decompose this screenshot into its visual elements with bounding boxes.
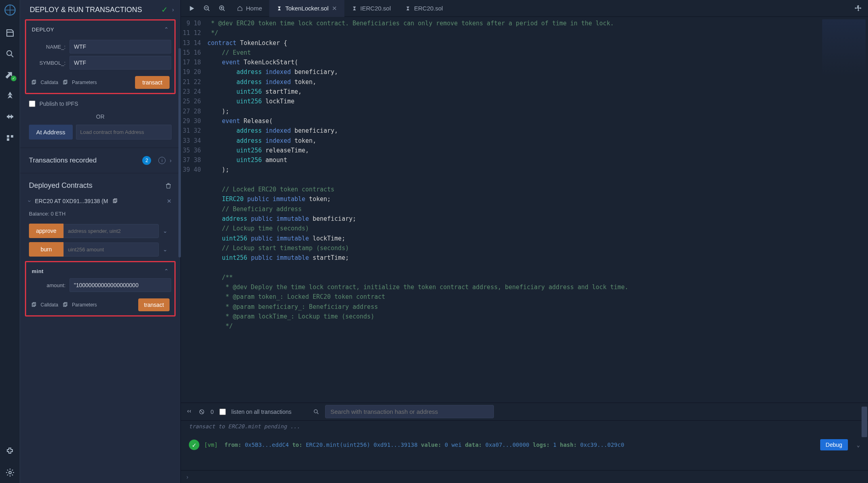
success-icon: ✓ <box>189 440 199 450</box>
collapse-deploy-icon[interactable]: ⌃ <box>164 26 169 33</box>
mint-amount-label: amount: <box>45 282 70 288</box>
copy-parameters-icon[interactable] <box>62 302 68 308</box>
listen-checkbox[interactable] <box>219 409 226 415</box>
code-content[interactable]: * @dev ERC20 token time lock contract. B… <box>207 17 820 403</box>
zoom-in-icon[interactable] <box>219 5 226 12</box>
solidity-icon <box>276 6 282 11</box>
info-icon[interactable]: i <box>158 157 166 164</box>
chevron-icon[interactable] <box>186 409 193 415</box>
deployed-contracts-label: Deployed Contracts <box>29 181 92 190</box>
transactions-recorded-row[interactable]: Transactions recorded 2 i › <box>25 154 176 171</box>
deploy-section-label: DEPLOY <box>32 27 54 33</box>
mint-label: mint <box>32 268 43 274</box>
chevron-down-icon[interactable]: ⌄ <box>857 442 860 448</box>
icon-rail: ✓ <box>0 0 20 483</box>
tab-bar: Home TokenLocker.sol ✕ IERC20.sol ERC20.… <box>181 0 868 17</box>
chevron-down-icon[interactable]: ⌄ <box>159 246 172 253</box>
mint-amount-input[interactable] <box>70 278 171 292</box>
close-contract-icon[interactable]: ✕ <box>167 198 172 204</box>
sidebar-scrollbar[interactable] <box>178 48 181 298</box>
pending-count: 0 <box>211 409 214 415</box>
or-label: OR <box>25 111 176 125</box>
copy-calldata-icon[interactable] <box>31 302 37 308</box>
solidity-icon <box>405 6 411 11</box>
calldata-label: Calldata <box>41 80 58 85</box>
zoom-out-icon[interactable] <box>203 5 211 12</box>
contract-name-label: ERC20 AT 0XD91...39138 (M <box>35 198 108 204</box>
name-field-input[interactable] <box>70 40 171 53</box>
pending-line: transact to ERC20.mint pending ... <box>189 423 860 430</box>
terminal-search-input[interactable] <box>325 405 494 418</box>
chevron-right-icon[interactable]: › <box>172 6 174 13</box>
at-address-input[interactable] <box>76 125 172 140</box>
deploy-run-panel: DEPLOY & RUN TRANSACTIONS ✓ › DEPLOY ⌃ N… <box>20 0 181 483</box>
chevron-down-icon[interactable]: ⌄ <box>159 228 172 234</box>
publish-ipfs-checkbox[interactable] <box>29 101 35 107</box>
check-icon: ✓ <box>161 5 168 14</box>
terminal-scrollbar[interactable] <box>862 378 868 451</box>
mint-transact-button[interactable]: transact <box>138 298 170 311</box>
file-explorer-icon[interactable] <box>5 28 15 38</box>
deploy-icon[interactable] <box>5 91 15 101</box>
copy-address-icon[interactable] <box>112 198 118 204</box>
compiler-icon[interactable]: ✓ <box>5 70 15 80</box>
chevron-right-icon[interactable]: › <box>170 157 172 164</box>
approve-input[interactable] <box>63 224 159 238</box>
copy-calldata-icon[interactable] <box>31 80 37 85</box>
plugin-icon[interactable] <box>5 133 15 142</box>
svg-point-1 <box>7 51 12 55</box>
svg-point-16 <box>314 409 317 413</box>
listen-label: listen on all transactions <box>231 409 291 415</box>
tab-erc20[interactable]: ERC20.sol <box>398 0 450 17</box>
log-entry[interactable]: ✓ [vm] from: 0x5B3...eddC4 to: ERC20.min… <box>189 439 860 450</box>
plugin-manager-icon[interactable] <box>5 447 15 456</box>
symbol-field-label: SYMBOL_: <box>39 60 70 66</box>
tab-tokenlocker[interactable]: TokenLocker.sol ✕ <box>269 0 344 17</box>
debug-button[interactable]: Debug <box>820 439 848 450</box>
burn-button[interactable]: burn <box>29 242 63 257</box>
deploy-section-highlight: DEPLOY ⌃ NAME_: SYMBOL_: Calldata Parame… <box>25 19 176 94</box>
remix-logo-icon[interactable] <box>3 3 17 17</box>
search-icon[interactable] <box>313 409 319 415</box>
transact-button[interactable]: transact <box>135 76 170 89</box>
settings-icon[interactable] <box>5 468 15 477</box>
burn-input[interactable] <box>63 243 159 257</box>
mint-section-highlight: mint ⌃ amount: Calldata Parameters trans… <box>25 261 176 317</box>
editor-region: Home TokenLocker.sol ✕ IERC20.sol ERC20.… <box>181 0 868 483</box>
play-icon[interactable] <box>188 5 195 12</box>
tx-count-badge: 2 <box>142 156 151 165</box>
contract-instance-row[interactable]: › ERC20 AT 0XD91...39138 (M ✕ <box>25 195 176 207</box>
chevron-down-icon[interactable]: › <box>27 200 33 202</box>
calldata-label: Calldata <box>41 302 58 308</box>
name-field-label: NAME_: <box>39 44 70 50</box>
svg-point-2 <box>9 471 11 474</box>
minimap[interactable] <box>820 17 868 403</box>
line-gutter: 9 10 11 12 13 14 15 16 17 18 19 20 21 22… <box>181 17 207 403</box>
log-text: [vm] from: 0x5B3...eddC4 to: ERC20.mint(… <box>204 442 624 448</box>
close-tab-icon[interactable]: ✕ <box>332 5 337 12</box>
solidity-icon <box>352 6 357 11</box>
tab-home[interactable]: Home <box>230 0 269 17</box>
at-address-button[interactable]: At Address <box>29 125 73 140</box>
move-icon[interactable] <box>854 4 862 12</box>
copy-parameters-icon[interactable] <box>62 80 68 85</box>
collapse-mint-icon[interactable]: ⌃ <box>164 268 169 274</box>
balance-label: Balance: 0 ETH <box>25 207 176 222</box>
symbol-field-input[interactable] <box>70 56 171 70</box>
publish-ipfs-label: Publish to IPFS <box>39 101 78 107</box>
terminal-footer[interactable]: › <box>181 470 868 483</box>
terminal-panel: 0 listen on all transactions transact to… <box>181 403 868 483</box>
trash-icon[interactable] <box>165 183 172 189</box>
panel-header: DEPLOY & RUN TRANSACTIONS ✓ › <box>20 0 180 17</box>
code-editor[interactable]: 9 10 11 12 13 14 15 16 17 18 19 20 21 22… <box>181 17 868 403</box>
debugger-icon[interactable] <box>5 112 15 121</box>
approve-button[interactable]: approve <box>29 224 63 238</box>
panel-title: DEPLOY & RUN TRANSACTIONS <box>30 5 142 14</box>
ban-icon[interactable] <box>199 409 205 415</box>
chevron-right-icon: › <box>186 474 188 480</box>
tab-ierc20[interactable]: IERC20.sol <box>344 0 398 17</box>
parameters-label: Parameters <box>72 80 97 85</box>
terminal-header: 0 listen on all transactions <box>181 403 868 421</box>
terminal-body[interactable]: transact to ERC20.mint pending ... ✓ [vm… <box>181 421 868 470</box>
search-icon[interactable] <box>5 49 15 59</box>
